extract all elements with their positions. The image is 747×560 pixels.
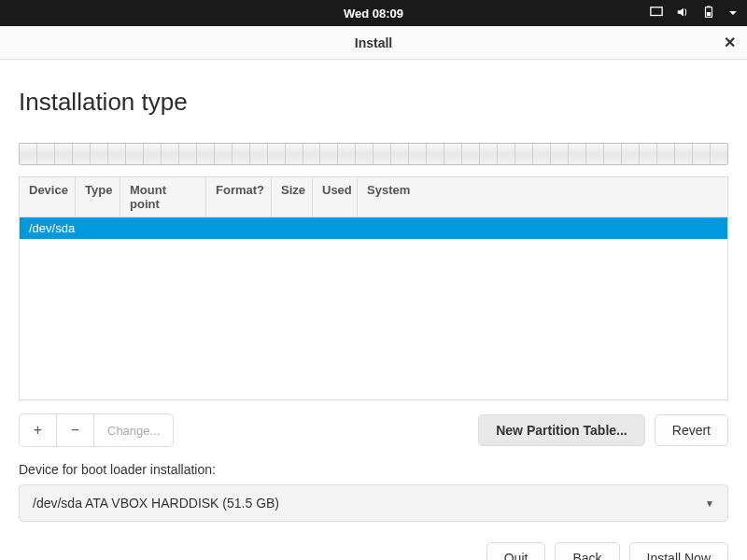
bootloader-label: Device for boot loader installation: [19,462,728,477]
col-size[interactable]: Size [272,177,313,217]
window-titlebar: Install ✕ [0,26,747,60]
partition-table-header: Device Type Mount point Format? Size Use… [20,177,727,217]
remove-partition-button[interactable]: − [57,414,94,446]
battery-icon[interactable] [702,6,715,21]
col-used[interactable]: Used [313,177,358,217]
partition-toolbar: + − Change... New Partition Table... Rev… [19,413,728,447]
partition-table-body[interactable]: /dev/sda [20,217,727,400]
col-format[interactable]: Format? [206,177,272,217]
screen-icon[interactable] [650,6,663,21]
col-type[interactable]: Type [76,177,120,217]
clock[interactable]: Wed 08:09 [344,7,403,21]
revert-button[interactable]: Revert [655,414,728,446]
install-now-button[interactable]: Install Now [629,542,728,560]
bootloader-selected-text: /dev/sda ATA VBOX HARDDISK (51.5 GB) [33,496,279,511]
partition-table: Device Type Mount point Format? Size Use… [19,176,728,400]
quit-button[interactable]: Quit [486,542,546,560]
add-partition-button[interactable]: + [20,414,57,446]
change-partition-button[interactable]: Change... [94,414,173,446]
table-row[interactable]: /dev/sda [20,217,727,239]
bootloader-device-dropdown[interactable]: /dev/sda ATA VBOX HARDDISK (51.5 GB) ▼ [19,484,728,522]
disk-usage-bar[interactable] [19,143,728,165]
col-device[interactable]: Device [20,177,76,217]
col-system[interactable]: System [358,177,727,217]
volume-icon[interactable] [676,6,689,21]
svg-rect-3 [707,12,711,16]
chevron-down-icon[interactable] [728,7,738,21]
svg-rect-2 [707,6,711,7]
cell-device: /dev/sda [27,221,77,235]
system-tray[interactable] [650,6,738,21]
svg-rect-0 [651,7,662,15]
chevron-down-icon: ▼ [705,498,714,509]
new-partition-table-button[interactable]: New Partition Table... [478,414,645,446]
window-title: Install [355,35,392,50]
content-area: Installation type Device Type Mount poin… [0,60,747,522]
page-title: Installation type [19,88,728,117]
partition-edit-group: + − Change... [19,413,174,447]
close-icon[interactable]: ✕ [724,34,736,51]
col-mountpoint[interactable]: Mount point [120,177,206,217]
wizard-footer: Quit Back Install Now [0,522,747,560]
back-button[interactable]: Back [555,542,619,560]
system-topbar: Wed 08:09 [0,0,747,26]
